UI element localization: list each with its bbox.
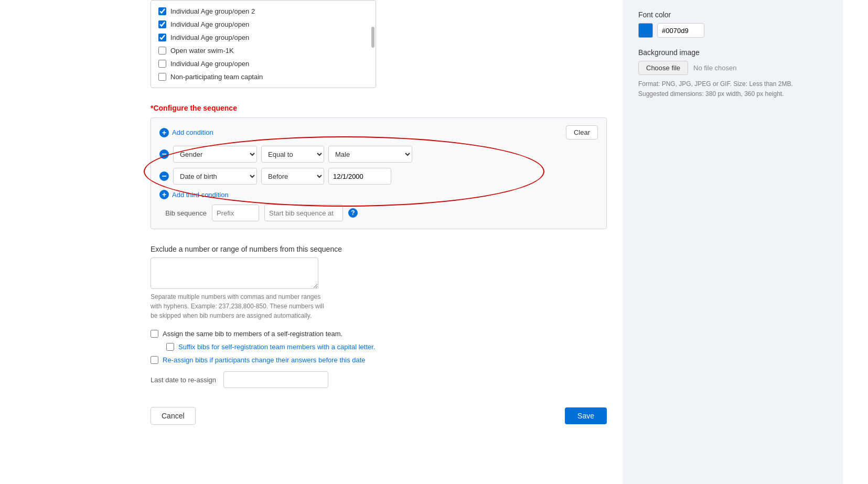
reassign-row: Re-assign bibs if participants change th… <box>151 356 607 364</box>
condition-header: + Add condition Clear <box>159 125 598 139</box>
scrollbar-thumb <box>371 27 374 48</box>
bib-sequence-row: Bib sequence ? <box>159 205 598 221</box>
suffix-bibs-label: Suffix bibs for self-registration team m… <box>178 343 375 351</box>
checkbox-item-5[interactable] <box>158 60 166 68</box>
save-button[interactable]: Save <box>565 407 607 424</box>
color-value-input[interactable] <box>657 23 704 38</box>
add-third-label[interactable]: Add third condition <box>172 191 229 199</box>
list-item: Open water swim-1K <box>151 44 376 57</box>
options-section: Assign the same bib to members of a self… <box>151 330 607 388</box>
last-date-row: Last date to re-assign <box>151 371 607 388</box>
checkbox-label-3: Individual Age group/open <box>170 34 249 41</box>
assign-same-bib-checkbox[interactable] <box>151 330 158 338</box>
section-title-text: Configure the sequence <box>153 104 237 112</box>
remove-condition-1-icon[interactable]: − <box>159 149 169 159</box>
assign-same-bib-row: Assign the same bib to members of a self… <box>151 330 607 338</box>
exclude-textarea[interactable] <box>151 257 318 289</box>
configure-sequence-section: *Configure the sequence + Add condition … <box>151 104 607 229</box>
checkbox-item-4[interactable] <box>158 47 166 55</box>
checkbox-item-1[interactable] <box>158 7 166 15</box>
reassign-checkbox[interactable] <box>151 356 158 364</box>
cancel-button[interactable]: Cancel <box>151 407 196 425</box>
bib-sequence-label: Bib sequence <box>159 209 207 217</box>
date-value-input-2[interactable] <box>328 168 391 185</box>
help-icon[interactable]: ? <box>348 208 358 218</box>
last-date-input[interactable] <box>223 371 328 388</box>
background-image-label: Background image <box>638 48 827 57</box>
add-condition-label: Add condition <box>172 128 213 136</box>
reassign-label: Re-assign bibs if participants change th… <box>163 356 366 364</box>
file-row: Choose file No file chosen <box>638 61 827 75</box>
start-input[interactable] <box>264 205 343 221</box>
operator-select-2[interactable]: Before After Equal to <box>261 168 324 185</box>
color-picker-row <box>638 23 827 38</box>
list-item: Individual Age group/open <box>151 18 376 31</box>
checkbox-item-3[interactable] <box>158 34 166 41</box>
checkbox-label-6: Non-participating team captain <box>170 73 263 81</box>
background-image-section: Background image Choose file No file cho… <box>638 48 827 99</box>
prefix-input[interactable] <box>212 205 259 221</box>
checkbox-label-1: Individual Age group/open 2 <box>170 7 255 15</box>
choose-file-button[interactable]: Choose file <box>638 61 688 75</box>
exclude-title: Exclude a number or range of numbers fro… <box>151 245 607 253</box>
suffix-bibs-row: Suffix bibs for self-registration team m… <box>166 343 607 351</box>
assign-same-bib-label: Assign the same bib to members of a self… <box>163 330 342 338</box>
oval-highlight-area: − Gender Date of birth Age Event Equal t… <box>159 146 598 199</box>
last-date-label: Last date to re-assign <box>151 376 216 384</box>
list-item: Individual Age group/open <box>151 57 376 70</box>
checkbox-item-6[interactable] <box>158 73 166 81</box>
checkbox-label-5: Individual Age group/open <box>170 60 249 68</box>
condition-row-1: − Gender Date of birth Age Event Equal t… <box>159 146 598 163</box>
add-third-condition-row: + Add third condition <box>159 190 598 199</box>
plus-icon: + <box>159 128 169 137</box>
condition-row-2: − Date of birth Gender Age Event Before … <box>159 168 598 185</box>
right-panel: Font color Background image Choose file … <box>623 0 843 484</box>
condition-box: + Add condition Clear − Gender Date of b… <box>151 117 607 229</box>
add-condition-button[interactable]: + Add condition <box>159 128 213 137</box>
checkbox-item-2[interactable] <box>158 20 166 28</box>
remove-condition-2-icon[interactable]: − <box>159 171 169 181</box>
file-hint-line1: Format: PNG, JPG, JPEG or GIF. Size: Les… <box>638 79 827 99</box>
checkbox-label-2: Individual Age group/open <box>170 20 249 28</box>
exclude-section: Exclude a number or range of numbers fro… <box>151 245 607 320</box>
list-item: Non-participating team captain <box>151 70 376 83</box>
event-checkbox-list: Individual Age group/open 2 Individual A… <box>151 0 376 88</box>
clear-button[interactable]: Clear <box>566 125 598 139</box>
suffix-bibs-checkbox[interactable] <box>166 343 174 351</box>
font-color-label: Font color <box>638 10 827 19</box>
font-color-section: Font color <box>638 10 827 38</box>
exclude-hint: Separate multiple numbers with commas an… <box>151 292 329 320</box>
checkbox-label-4: Open water swim-1K <box>170 47 234 55</box>
footer-bar: Cancel Save <box>151 399 607 425</box>
list-item: Individual Age group/open <box>151 31 376 44</box>
operator-select-1[interactable]: Equal to Not equal to Less than Greater … <box>261 146 324 163</box>
value-select-1[interactable]: Male Female Other <box>328 146 412 163</box>
field-select-1[interactable]: Gender Date of birth Age Event <box>173 146 257 163</box>
color-swatch[interactable] <box>638 23 653 38</box>
no-file-text: No file chosen <box>693 64 736 72</box>
section-title: *Configure the sequence <box>151 104 607 112</box>
list-item: Individual Age group/open 2 <box>151 5 376 18</box>
field-select-2[interactable]: Date of birth Gender Age Event <box>173 168 257 185</box>
add-third-icon: + <box>159 190 169 199</box>
